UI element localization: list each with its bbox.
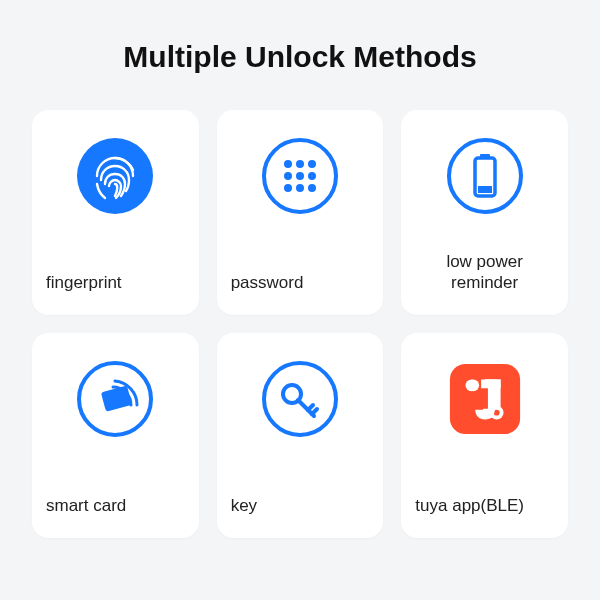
svg-point-2 — [284, 160, 292, 168]
svg-point-3 — [296, 160, 304, 168]
card-tuya-app: tuya app(BLE) — [401, 333, 568, 538]
card-label: key — [231, 496, 257, 516]
card-grid: fingerprint password — [32, 110, 568, 538]
card-smart-card: smart card — [32, 333, 199, 538]
svg-rect-13 — [480, 154, 490, 159]
svg-point-6 — [296, 172, 304, 180]
smart-card-icon — [75, 359, 155, 439]
page-title: Multiple Unlock Methods — [32, 40, 568, 74]
card-label: tuya app(BLE) — [415, 496, 524, 516]
card-fingerprint: fingerprint — [32, 110, 199, 315]
svg-rect-19 — [450, 364, 520, 434]
battery-low-icon — [445, 136, 525, 216]
key-icon — [260, 359, 340, 439]
svg-rect-14 — [478, 186, 492, 193]
svg-point-0 — [77, 138, 153, 214]
svg-point-11 — [449, 140, 521, 212]
svg-point-8 — [284, 184, 292, 192]
card-key: key — [217, 333, 384, 538]
svg-point-4 — [308, 160, 316, 168]
tuya-icon — [445, 359, 525, 439]
page: Multiple Unlock Methods — [0, 0, 600, 600]
svg-point-25 — [465, 380, 477, 392]
card-label: fingerprint — [46, 273, 122, 293]
card-label: smart card — [46, 496, 126, 516]
card-label: password — [231, 273, 304, 293]
svg-rect-16 — [101, 385, 132, 411]
svg-point-10 — [308, 184, 316, 192]
svg-point-5 — [284, 172, 292, 180]
card-password: password — [217, 110, 384, 315]
card-label: low power reminder — [415, 252, 554, 293]
keypad-icon — [260, 136, 340, 216]
svg-point-7 — [308, 172, 316, 180]
card-low-power: low power reminder — [401, 110, 568, 315]
svg-point-9 — [296, 184, 304, 192]
fingerprint-icon — [75, 136, 155, 216]
